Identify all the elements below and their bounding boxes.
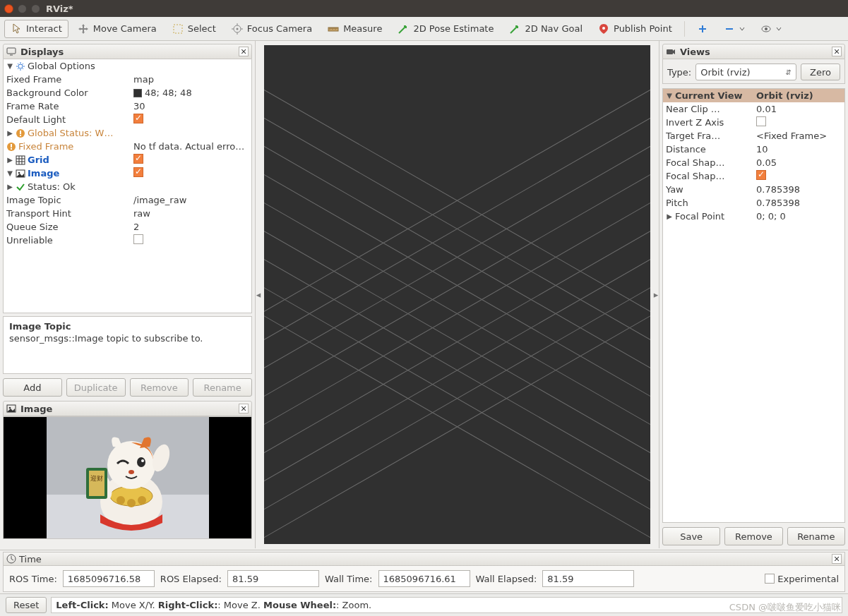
grid-checkbox[interactable]	[133, 154, 143, 164]
fixed-frame-value[interactable]: map	[131, 74, 251, 85]
expander-icon[interactable]: ▼	[6, 62, 13, 70]
svg-rect-0	[174, 25, 182, 33]
toolbar-separator	[684, 21, 685, 37]
interact-button[interactable]: Interact	[4, 20, 68, 38]
near-clip-value[interactable]: 0.01	[753, 104, 844, 114]
displays-tree[interactable]: ▼ Global Options Fixed Frame map Backgro…	[3, 59, 252, 313]
target-frame-value[interactable]: <Fixed Frame>	[753, 131, 844, 141]
zero-button[interactable]: Zero	[801, 64, 840, 80]
ros-time-input[interactable]: 1685096716.58	[63, 570, 155, 587]
duplicate-button[interactable]: Duplicate	[66, 378, 126, 397]
interact-icon	[11, 23, 22, 35]
global-options-label: Global Options	[28, 61, 95, 71]
image-checkbox[interactable]	[133, 167, 143, 177]
default-light-checkbox[interactable]	[133, 114, 143, 123]
unreliable-checkbox[interactable]	[133, 234, 143, 244]
svg-rect-14	[11, 148, 12, 150]
pitch-value[interactable]: 0.785398	[753, 198, 844, 208]
visibility-tool-button[interactable]	[754, 20, 788, 38]
eye-icon	[760, 23, 772, 35]
near-clip-label: Near Clip …	[666, 104, 720, 114]
focal-shape-checkbox[interactable]	[756, 170, 766, 180]
main-toolbar: Interact Move Camera Select Focus Camera…	[0, 17, 848, 41]
experimental-checkbox[interactable]	[765, 574, 775, 584]
invert-z-checkbox[interactable]	[756, 116, 766, 126]
focus-camera-button[interactable]: Focus Camera	[225, 20, 318, 38]
svg-rect-37	[667, 49, 673, 54]
views-panel-header[interactable]: Views ✕	[662, 44, 845, 59]
expander-icon[interactable]: ▶	[666, 212, 673, 220]
remove-view-button[interactable]: Remove	[724, 527, 782, 545]
svg-rect-10	[20, 131, 21, 134]
expander-icon[interactable]: ▶	[6, 183, 13, 191]
type-label: Type:	[667, 67, 691, 78]
remove-tool-button[interactable]	[717, 20, 751, 38]
rename-button[interactable]: Rename	[193, 378, 252, 397]
right-collapse-handle[interactable]: ▸	[653, 41, 659, 548]
displays-title: Displays	[20, 47, 234, 57]
displays-icon	[6, 47, 16, 56]
bg-color-value[interactable]: 48; 48; 48	[131, 87, 251, 98]
wall-elapsed-input[interactable]: 81.59	[542, 570, 634, 587]
displays-panel-header[interactable]: Displays ✕	[3, 44, 252, 59]
image-panel-title: Image	[20, 404, 234, 414]
pose-estimate-button[interactable]: 2D Pose Estimate	[391, 20, 500, 38]
image-panel-close-button[interactable]: ✕	[239, 404, 249, 413]
publish-point-icon	[598, 23, 609, 35]
clock-icon	[6, 554, 16, 564]
image-display-label[interactable]: Image	[28, 168, 59, 179]
svg-point-17	[18, 171, 20, 174]
focal-shape-size-value[interactable]: 0.05	[753, 157, 844, 168]
reset-button[interactable]: Reset	[6, 597, 47, 613]
remove-button[interactable]: Remove	[130, 378, 189, 397]
nav-goal-button[interactable]: 2D Nav Goal	[503, 20, 589, 38]
publish-point-button[interactable]: Publish Point	[592, 20, 679, 38]
expander-icon[interactable]: ▶	[6, 156, 13, 164]
views-close-button[interactable]: ✕	[832, 47, 842, 56]
yaw-value[interactable]: 0.785398	[753, 184, 844, 195]
views-tree[interactable]: ▼Current View Orbit (rviz) Near Clip …0.…	[662, 88, 845, 523]
expander-icon[interactable]: ▼	[666, 92, 673, 99]
distance-value[interactable]: 10	[753, 144, 844, 155]
transport-hint-label: Transport Hint	[6, 208, 71, 219]
add-tool-button[interactable]	[691, 20, 715, 38]
grid-label[interactable]: Grid	[28, 155, 49, 165]
time-close-button[interactable]: ✕	[832, 554, 842, 564]
focal-point-value[interactable]: 0; 0; 0	[753, 211, 844, 222]
add-button[interactable]: Add	[3, 378, 62, 397]
nav-goal-icon	[509, 23, 520, 35]
displays-close-button[interactable]: ✕	[239, 47, 249, 56]
save-view-button[interactable]: Save	[662, 527, 720, 545]
window-maximize-button[interactable]	[31, 4, 40, 13]
view-type-select[interactable]: Orbit (rviz) ⇵	[695, 64, 796, 80]
distance-label: Distance	[666, 144, 706, 155]
focus-camera-icon	[232, 23, 243, 35]
image-panel-header[interactable]: Image ✕	[3, 401, 252, 416]
3d-viewport[interactable]	[264, 45, 650, 544]
warning-icon	[6, 142, 16, 152]
help-box: Image Topic sensor_msgs::Image topic to …	[3, 316, 252, 374]
displays-button-row: Add Duplicate Remove Rename	[0, 377, 255, 399]
measure-button[interactable]: Measure	[321, 20, 388, 38]
wall-time-label: Wall Time:	[325, 574, 373, 584]
expander-icon[interactable]: ▼	[6, 169, 13, 177]
warning-icon	[16, 128, 25, 138]
move-camera-button[interactable]: Move Camera	[71, 20, 163, 38]
time-panel-header[interactable]: Time ✕	[3, 552, 845, 566]
wall-time-input[interactable]: 1685096716.61	[378, 570, 470, 587]
expander-icon[interactable]: ▶	[6, 129, 13, 137]
svg-point-6	[765, 28, 768, 30]
select-button[interactable]: Select	[166, 20, 222, 38]
image-topic-value[interactable]: /image_raw	[131, 195, 251, 205]
left-collapse-handle[interactable]: ◂	[256, 41, 261, 548]
frame-rate-value[interactable]: 30	[131, 101, 251, 111]
queue-size-value[interactable]: 2	[131, 222, 251, 232]
chevron-down-icon	[739, 23, 745, 35]
focus-camera-label: Focus Camera	[247, 23, 312, 34]
rename-view-button[interactable]: Rename	[787, 527, 845, 545]
ros-elapsed-input[interactable]: 81.59	[227, 570, 319, 587]
svg-point-2	[236, 28, 238, 30]
transport-hint-value[interactable]: raw	[131, 208, 251, 219]
window-close-button[interactable]	[4, 4, 13, 13]
window-minimize-button[interactable]	[18, 4, 27, 13]
